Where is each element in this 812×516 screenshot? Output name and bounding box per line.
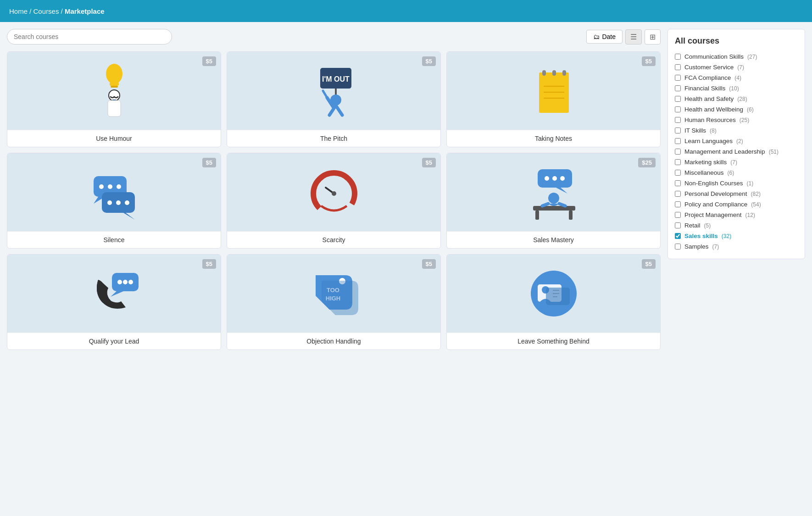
filter-checkbox-15[interactable] <box>675 212 681 218</box>
filter-label-17: Sales skills <box>684 233 718 239</box>
notes-icon <box>526 61 581 121</box>
filter-checkbox-18[interactable] <box>675 244 681 250</box>
card-image-objection-handling: $5 TOO HIGH <box>227 255 440 333</box>
filter-checkbox-8[interactable] <box>675 138 681 144</box>
filter-count-6: (25) <box>740 117 749 123</box>
filter-item-14[interactable]: Policy and Compliance (54) <box>675 199 798 210</box>
filter-item-7[interactable]: IT Skills (8) <box>675 125 798 136</box>
filter-checkbox-10[interactable] <box>675 159 681 165</box>
filter-count-0: (27) <box>747 54 757 60</box>
filter-item-3[interactable]: Financial Skills (10) <box>675 83 798 94</box>
search-input[interactable] <box>7 29 172 44</box>
svg-point-21 <box>99 184 104 189</box>
filter-checkbox-3[interactable] <box>675 85 681 91</box>
filter-item-1[interactable]: Customer Service (7) <box>675 62 798 72</box>
breadcrumb-home[interactable]: Home <box>9 7 28 15</box>
course-card-scarcity[interactable]: $5 Scarcity <box>227 153 441 249</box>
filter-item-11[interactable]: Miscellaneous (6) <box>675 167 798 178</box>
price-badge: $5 <box>642 259 656 269</box>
course-card-sales-mastery[interactable]: $25 <box>446 153 661 249</box>
filter-label-4: Health and Safety <box>684 95 734 102</box>
filter-item-13[interactable]: Personal Development (82) <box>675 189 798 199</box>
pitch-icon: I'M OUT <box>306 61 362 121</box>
filter-checkbox-1[interactable] <box>675 64 681 70</box>
filter-label-18: Samples <box>684 243 709 250</box>
filter-item-9[interactable]: Management and Leadership (51) <box>675 146 798 157</box>
card-title-taking-notes: Taking Notes <box>447 130 660 147</box>
date-button[interactable]: 🗂 Date <box>586 30 623 44</box>
grid-icon: ⊞ <box>650 33 656 41</box>
card-title-objection-handling: Objection Handling <box>227 333 440 350</box>
svg-point-23 <box>117 184 121 189</box>
filter-label-8: Learn Languages <box>684 138 733 144</box>
filter-checkbox-17[interactable] <box>675 233 681 239</box>
filter-checkbox-5[interactable] <box>675 106 681 112</box>
filter-count-18: (7) <box>712 244 719 250</box>
filter-label-7: IT Skills <box>684 127 706 134</box>
filter-checkbox-16[interactable] <box>675 222 681 228</box>
header: Home / Courses / Marketplace <box>0 0 812 22</box>
filter-count-7: (8) <box>710 128 717 134</box>
svg-point-28 <box>125 200 129 205</box>
grid-view-button[interactable]: ⊞ <box>645 29 661 44</box>
filter-item-15[interactable]: Project Management (12) <box>675 210 798 220</box>
course-card-the-pitch[interactable]: $5 I'M OUT <box>227 51 441 147</box>
filter-checkbox-9[interactable] <box>675 149 681 155</box>
svg-marker-29 <box>123 213 135 220</box>
filter-checkbox-12[interactable] <box>675 180 681 186</box>
filter-checkbox-14[interactable] <box>675 201 681 207</box>
card-image-sales-mastery: $25 <box>447 153 660 231</box>
filter-checkbox-6[interactable] <box>675 117 681 123</box>
svg-marker-38 <box>556 188 567 194</box>
filter-item-10[interactable]: Marketing skills (7) <box>675 157 798 167</box>
filter-checkbox-7[interactable] <box>675 128 681 133</box>
filter-item-8[interactable]: Learn Languages (2) <box>675 136 798 146</box>
leave-icon <box>526 264 581 323</box>
sales-icon <box>526 162 581 222</box>
course-card-use-humour[interactable]: $5 <box>7 51 221 147</box>
price-badge: $25 <box>638 158 656 167</box>
svg-line-43 <box>542 204 548 206</box>
price-badge: $5 <box>422 259 436 269</box>
filter-label-11: Miscellaneous <box>684 169 724 176</box>
card-image-taking-notes: $5 <box>447 52 660 130</box>
silence-icon <box>87 162 142 222</box>
filter-label-16: Retail <box>684 222 701 229</box>
filter-checkbox-13[interactable] <box>675 191 681 197</box>
filter-item-4[interactable]: Health and Safety (28) <box>675 94 798 104</box>
filter-item-6[interactable]: Human Resources (25) <box>675 115 798 125</box>
filter-checkbox-11[interactable] <box>675 170 681 176</box>
filter-item-5[interactable]: Health and Wellbeing (6) <box>675 104 798 115</box>
filter-checkbox-4[interactable] <box>675 96 681 102</box>
course-card-objection-handling[interactable]: $5 TOO HIGH Objection Handling <box>227 254 441 350</box>
filter-item-12[interactable]: Non-English Courses (1) <box>675 178 798 189</box>
filter-item-18[interactable]: Samples (7) <box>675 241 798 252</box>
svg-point-35 <box>545 176 549 181</box>
svg-point-37 <box>560 176 565 181</box>
card-image-qualify-lead: $5 <box>7 255 221 333</box>
filter-count-13: (82) <box>751 191 761 197</box>
course-card-taking-notes[interactable]: $5 Taking Notes <box>446 51 661 147</box>
filter-item-17[interactable]: Sales skills (32) <box>675 231 798 241</box>
courses-grid: $5 <box>7 51 661 350</box>
filter-item-16[interactable]: Retail (5) <box>675 220 798 231</box>
humour-icon <box>87 61 142 121</box>
svg-rect-4 <box>108 100 121 117</box>
filter-count-8: (2) <box>736 138 743 144</box>
card-title-use-humour: Use Humour <box>7 130 221 147</box>
svg-rect-16 <box>562 70 566 76</box>
filter-list: Communication Skills (27)Customer Servic… <box>675 51 798 252</box>
breadcrumb-courses[interactable]: Courses <box>33 7 59 15</box>
list-icon: ☰ <box>630 33 637 41</box>
svg-rect-39 <box>533 206 575 211</box>
list-view-button[interactable]: ☰ <box>625 29 642 44</box>
filter-checkbox-0[interactable] <box>675 54 681 60</box>
filter-checkbox-2[interactable] <box>675 75 681 81</box>
course-card-leave-something[interactable]: $5 <box>446 254 661 350</box>
filter-item-0[interactable]: Communication Skills (27) <box>675 51 798 62</box>
course-card-qualify-lead[interactable]: $5 Qualify your Lead <box>7 254 221 350</box>
filter-item-2[interactable]: FCA Compliance (4) <box>675 72 798 83</box>
course-card-silence[interactable]: $5 <box>7 153 221 249</box>
svg-text:I'M OUT: I'M OUT <box>322 75 350 83</box>
content-area: 🗂 Date ☰ ⊞ $5 <box>7 29 661 509</box>
